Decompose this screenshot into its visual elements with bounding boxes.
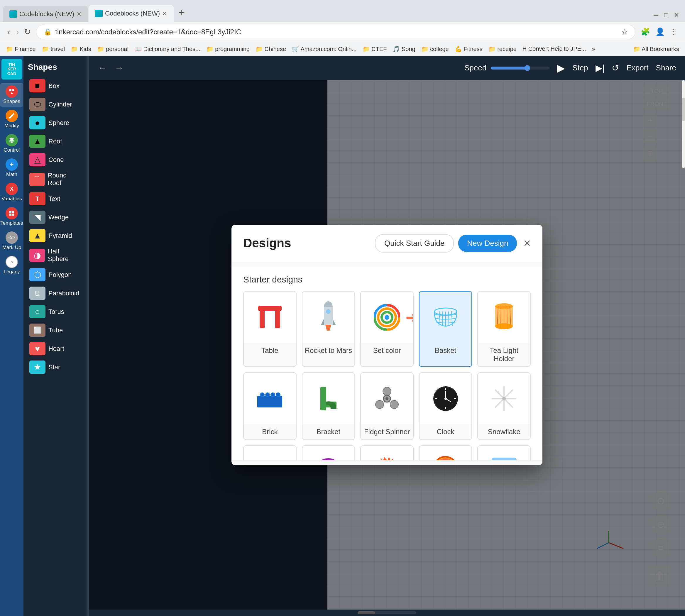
toolbar-item-legacy[interactable]: ○ Legacy bbox=[0, 254, 23, 277]
toolbar-item-control[interactable]: Control bbox=[0, 132, 23, 155]
refresh-button[interactable]: ↻ bbox=[24, 27, 31, 37]
toolbar-item-modify[interactable]: Modify bbox=[0, 107, 23, 131]
panel-divider[interactable] bbox=[87, 56, 89, 616]
bookmark-more[interactable]: » bbox=[592, 45, 595, 52]
bottom-scrollbar[interactable] bbox=[89, 610, 685, 616]
svg-point-43 bbox=[261, 393, 264, 396]
shape-tube[interactable]: ⬜ Tube bbox=[26, 321, 84, 339]
step-button[interactable]: ▶| bbox=[596, 63, 604, 73]
bookmark-fitness[interactable]: 💪 Fitness bbox=[455, 45, 483, 52]
shape-sphere[interactable]: ● Sphere bbox=[26, 114, 84, 132]
redo-button[interactable]: → bbox=[114, 63, 124, 73]
design-card-stairs[interactable] bbox=[243, 445, 296, 460]
modal-content[interactable]: Starter designs bbox=[231, 266, 543, 460]
address-bar[interactable]: 🔒 tinkercad.com/codeblocks/edit?create=1… bbox=[36, 25, 636, 39]
shape-text[interactable]: T Text bbox=[26, 190, 84, 208]
design-card-tea-light[interactable]: Tea Light Holder bbox=[477, 291, 531, 367]
bookmark-amazon[interactable]: 🛒 Amazon.com: Onlin... bbox=[292, 45, 357, 52]
shape-roof[interactable]: ▲ Roof bbox=[26, 132, 84, 150]
bookmark-travel[interactable]: 📁 travel bbox=[42, 45, 65, 52]
export-button[interactable]: Export bbox=[626, 63, 648, 72]
tab-2-close[interactable]: ✕ bbox=[162, 10, 167, 17]
shape-torus[interactable]: ○ Torus bbox=[26, 303, 84, 321]
design-card-fidget[interactable]: Fidget Spinner bbox=[360, 372, 414, 440]
tube-label: Tube bbox=[48, 327, 63, 334]
app-layout: TINKERCAD Shapes Modify Control + Math X bbox=[0, 56, 685, 616]
bookmark-convert[interactable]: H Convert Heic to JPE... bbox=[523, 45, 586, 52]
svg-rect-6 bbox=[12, 214, 14, 216]
design-card-brick[interactable]: Brick bbox=[243, 372, 296, 440]
shapes-icon bbox=[5, 85, 18, 98]
design-card-clock[interactable]: Clock bbox=[419, 372, 472, 440]
design-card-table[interactable]: Table bbox=[243, 291, 296, 367]
undo-button[interactable]: ← bbox=[98, 63, 107, 73]
bookmark-all[interactable]: 📁 All Bookmarks bbox=[633, 45, 679, 52]
design-card-leaf[interactable] bbox=[360, 445, 414, 460]
design-card-snowflake[interactable]: Snowflake bbox=[477, 372, 531, 440]
shape-polygon[interactable]: ⬡ Polygon bbox=[26, 266, 84, 284]
svg-point-49 bbox=[383, 387, 391, 395]
quick-start-button[interactable]: Quick Start Guide bbox=[375, 234, 454, 252]
back-button[interactable]: ‹ bbox=[7, 26, 10, 37]
bookmark-kids[interactable]: 📁 Kids bbox=[71, 45, 91, 52]
bookmark-receipe[interactable]: 📁 receipe bbox=[488, 45, 516, 52]
design-card-ring[interactable] bbox=[302, 445, 355, 460]
shape-wedge[interactable]: ◥ Wedge bbox=[26, 208, 84, 226]
toolbar-item-markup[interactable]: </> Mark Up bbox=[0, 229, 23, 253]
shape-cone[interactable]: △ Cone bbox=[26, 151, 84, 169]
design-card-basket[interactable]: Basket bbox=[419, 291, 472, 367]
new-design-button[interactable]: New Design bbox=[458, 235, 517, 252]
design-card-pizza[interactable] bbox=[419, 445, 472, 460]
speed-slider[interactable] bbox=[491, 67, 550, 69]
close-icon[interactable]: ✕ bbox=[674, 12, 679, 19]
bookmark-college[interactable]: 📁 college bbox=[421, 45, 449, 52]
modify-icon bbox=[5, 110, 18, 122]
svg-point-50 bbox=[376, 400, 384, 409]
bookmark-dictionary[interactable]: 📖 Dictionary and Thes... bbox=[134, 45, 200, 52]
bookmark-ctef[interactable]: 📁 CTEF bbox=[362, 45, 387, 52]
tab-1[interactable]: Codeblocks (NEW) ✕ bbox=[3, 6, 88, 22]
bookmark-song[interactable]: 🎵 Song bbox=[393, 45, 415, 52]
math-icon: + bbox=[5, 158, 18, 171]
design-card-rocket[interactable]: Rocket to Mars bbox=[302, 291, 355, 367]
design-card-frame[interactable] bbox=[477, 445, 531, 460]
bookmark-star-icon[interactable]: ☆ bbox=[621, 28, 628, 36]
reset-button[interactable]: ↺ bbox=[612, 63, 619, 73]
logo-text: TINKERCAD bbox=[7, 63, 16, 76]
tab-1-close[interactable]: ✕ bbox=[76, 10, 82, 18]
maximize-icon[interactable]: □ bbox=[664, 12, 668, 19]
set-color-thumb: ➜ bbox=[361, 291, 413, 343]
toolbar-item-shapes[interactable]: Shapes bbox=[0, 83, 23, 107]
toolbar-item-templates[interactable]: Templates bbox=[0, 205, 23, 228]
design-card-set-color[interactable]: ➜ bbox=[360, 291, 414, 367]
design-card-bracket[interactable]: Bracket bbox=[302, 372, 355, 440]
modal-overlay[interactable]: Designs Quick Start Guide New Design × S… bbox=[89, 80, 685, 610]
menu-icon[interactable]: ⋮ bbox=[670, 27, 678, 36]
profile-icon[interactable]: 👤 bbox=[655, 27, 665, 36]
bookmark-personal[interactable]: 📁 personal bbox=[97, 45, 129, 52]
shape-paraboloid[interactable]: ∪ Paraboloid bbox=[26, 284, 84, 302]
tab-2[interactable]: Codeblocks (NEW) ✕ bbox=[89, 5, 174, 22]
bookmark-programming[interactable]: 📁 programming bbox=[206, 45, 250, 52]
shape-box[interactable]: ■ Box bbox=[26, 77, 84, 95]
app-logo[interactable]: TINKERCAD bbox=[1, 59, 22, 80]
new-tab-button[interactable]: + bbox=[174, 6, 189, 19]
forward-button[interactable]: › bbox=[16, 26, 19, 37]
play-button[interactable]: ▶ bbox=[557, 62, 565, 74]
shape-round-roof[interactable]: ⌒ Round Roof bbox=[26, 169, 84, 189]
shape-half-sphere[interactable]: ◑ Half Sphere bbox=[26, 245, 84, 265]
bookmark-finance[interactable]: 📁 Finance bbox=[6, 45, 36, 52]
shape-heart[interactable]: ♥ Heart bbox=[26, 340, 84, 357]
toolbar-item-math[interactable]: + Math bbox=[0, 156, 23, 180]
shape-star[interactable]: ★ Star bbox=[26, 358, 84, 376]
shape-pyramid[interactable]: ▲ Pyramid bbox=[26, 227, 84, 245]
shape-cylinder[interactable]: ⬭ Cylinder bbox=[26, 95, 84, 113]
extensions-icon[interactable]: 🧩 bbox=[641, 27, 650, 36]
bookmark-chinese[interactable]: 📁 Chinese bbox=[256, 45, 286, 52]
minimize-icon[interactable]: ─ bbox=[654, 12, 658, 19]
modal-close-button[interactable]: × bbox=[523, 236, 531, 250]
toolbar-item-variables[interactable]: X Variables bbox=[0, 180, 23, 204]
svg-point-45 bbox=[271, 393, 274, 396]
table-thumb bbox=[244, 291, 296, 343]
share-button[interactable]: Share bbox=[656, 63, 676, 72]
